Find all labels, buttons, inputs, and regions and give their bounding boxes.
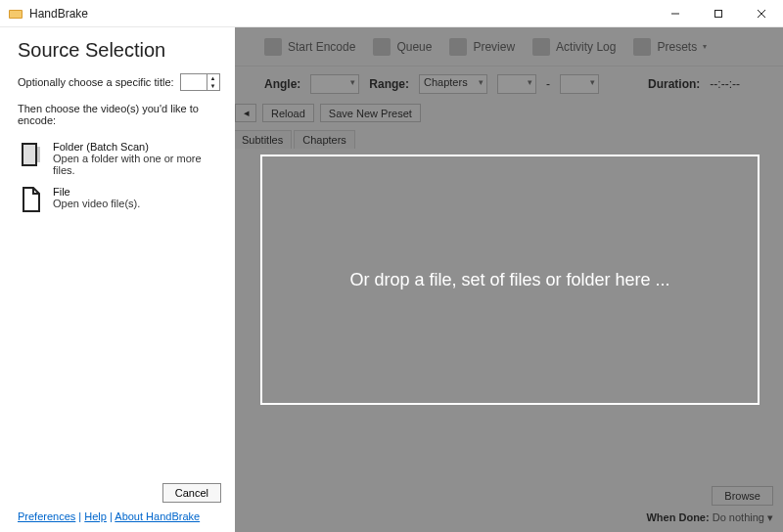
- drop-zone-text: Or drop a file, set of files or folder h…: [349, 270, 669, 290]
- minimize-button[interactable]: [654, 0, 697, 26]
- source-selection-panel: Source Selection Optionally choose a spe…: [0, 27, 235, 532]
- preferences-link[interactable]: Preferences: [18, 510, 75, 522]
- panel-instruction: Then choose the video(s) you'd like to e…: [18, 103, 221, 126]
- open-folder-title: Folder (Batch Scan): [53, 141, 219, 153]
- close-button[interactable]: [740, 0, 783, 26]
- about-link[interactable]: About HandBrake: [115, 510, 200, 522]
- specific-title-label: Optionally choose a specific title:: [18, 76, 174, 88]
- help-link[interactable]: Help: [84, 510, 107, 522]
- spinner-up-icon[interactable]: ▲: [207, 74, 219, 82]
- svg-rect-8: [36, 147, 40, 162]
- spinner-down-icon[interactable]: ▼: [207, 82, 219, 90]
- cancel-button[interactable]: Cancel: [162, 483, 221, 503]
- open-folder-option[interactable]: Folder (Batch Scan) Open a folder with o…: [18, 136, 221, 181]
- open-file-title: File: [53, 186, 140, 198]
- svg-rect-7: [23, 144, 36, 165]
- app-icon: [8, 6, 23, 22]
- svg-rect-3: [715, 10, 722, 17]
- titlebar: HandBrake: [0, 0, 783, 27]
- maximize-button[interactable]: [697, 0, 740, 26]
- title-number-spinner[interactable]: ▲▼: [180, 73, 220, 91]
- title-number-input[interactable]: [181, 74, 207, 90]
- drop-zone[interactable]: Or drop a file, set of files or folder h…: [260, 155, 760, 405]
- window-title: HandBrake: [29, 7, 654, 21]
- panel-heading: Source Selection: [18, 39, 221, 62]
- open-file-sub: Open video file(s).: [53, 198, 140, 209]
- open-file-option[interactable]: File Open video file(s).: [18, 181, 221, 218]
- file-icon: [20, 186, 43, 213]
- window-controls: [654, 0, 783, 26]
- svg-rect-1: [10, 11, 22, 18]
- folder-icon: [20, 141, 43, 168]
- specific-title-row: Optionally choose a specific title: ▲▼: [18, 73, 221, 91]
- panel-links: Preferences | Help | About HandBrake: [18, 510, 221, 522]
- open-folder-sub: Open a folder with one or more files.: [53, 153, 219, 176]
